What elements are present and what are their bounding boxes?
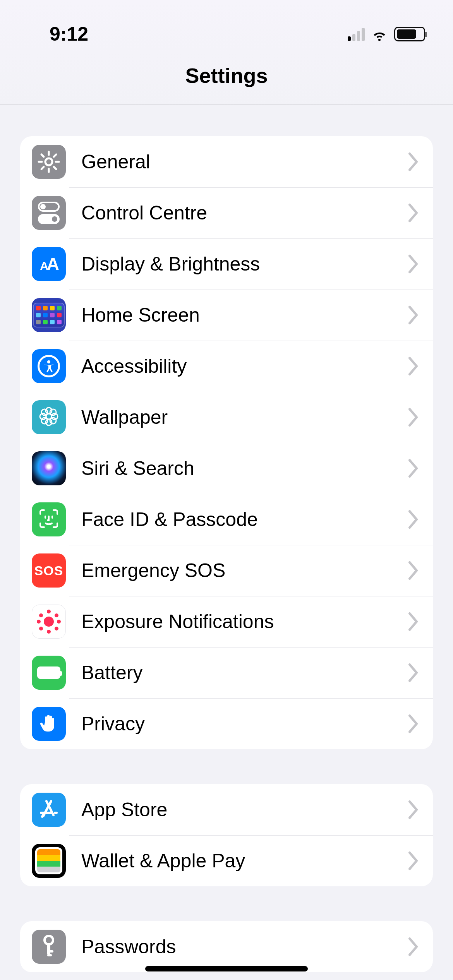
settings-row-label: General	[81, 151, 150, 173]
status-time: 9:12	[50, 23, 88, 45]
svg-line-6	[54, 167, 56, 169]
wallet-icon	[32, 844, 66, 878]
flower-icon	[32, 400, 66, 434]
chevron-right-icon	[407, 937, 419, 956]
settings-row-siri[interactable]: Siri & Search	[20, 443, 433, 494]
chevron-right-icon	[407, 510, 419, 529]
settings-row-label: Battery	[81, 661, 142, 684]
settings-row-home-screen[interactable]: Home Screen	[20, 290, 433, 341]
home-indicator[interactable]	[145, 966, 308, 971]
chevron-right-icon	[407, 254, 419, 274]
settings-scroll[interactable]: General Control Centre AA Display & Brig…	[0, 105, 453, 980]
settings-group-1: General Control Centre AA Display & Brig…	[20, 136, 433, 749]
chevron-right-icon	[407, 851, 419, 870]
app-grid-icon	[32, 298, 66, 332]
settings-row-label: Wallet & Apple Pay	[81, 850, 245, 872]
chevron-right-icon	[407, 408, 419, 427]
faceid-icon	[32, 502, 66, 536]
svg-line-7	[54, 154, 56, 157]
chevron-right-icon	[407, 800, 419, 819]
settings-row-label: Wallpaper	[81, 406, 168, 428]
chevron-right-icon	[407, 152, 419, 171]
battery-icon	[32, 656, 66, 690]
chevron-right-icon	[407, 305, 419, 325]
svg-line-5	[41, 154, 44, 157]
settings-row-wallpaper[interactable]: Wallpaper	[20, 392, 433, 443]
settings-row-label: App Store	[81, 798, 167, 821]
gear-icon	[32, 145, 66, 179]
settings-row-privacy[interactable]: Privacy	[20, 698, 433, 749]
sos-icon: SOS	[32, 553, 66, 588]
settings-row-passwords[interactable]: Passwords	[20, 921, 433, 972]
svg-point-26	[45, 936, 53, 944]
settings-row-label: Home Screen	[81, 304, 200, 326]
settings-row-label: Exposure Notifications	[81, 610, 274, 633]
settings-row-wallet[interactable]: Wallet & Apple Pay	[20, 835, 433, 886]
accessibility-icon	[32, 349, 66, 383]
settings-row-faceid[interactable]: Face ID & Passcode	[20, 494, 433, 545]
nav-header: Settings	[0, 46, 453, 105]
svg-line-8	[41, 167, 44, 169]
cellular-signal-icon	[348, 27, 365, 41]
settings-row-label: Accessibility	[81, 355, 187, 377]
settings-row-label: Passwords	[81, 935, 176, 958]
settings-row-label: Display & Brightness	[81, 253, 260, 275]
chevron-right-icon	[407, 203, 419, 223]
hand-icon	[32, 707, 66, 741]
appstore-icon	[32, 793, 66, 827]
svg-rect-27	[47, 943, 50, 955]
svg-rect-28	[47, 950, 53, 953]
svg-point-9	[47, 360, 50, 363]
text-size-icon: AA	[32, 247, 66, 281]
svg-rect-29	[47, 954, 52, 956]
settings-group-2: App Store Wallet & Apple Pay	[20, 784, 433, 886]
status-bar: 9:12	[0, 0, 453, 46]
settings-row-appstore[interactable]: App Store	[20, 784, 433, 835]
battery-icon	[394, 27, 425, 41]
svg-line-25	[42, 815, 43, 817]
settings-row-sos[interactable]: SOS Emergency SOS	[20, 545, 433, 596]
siri-icon	[32, 451, 66, 485]
chevron-right-icon	[407, 612, 419, 631]
chevron-right-icon	[407, 459, 419, 478]
settings-row-label: Privacy	[81, 713, 145, 735]
chevron-right-icon	[407, 356, 419, 376]
toggles-icon	[32, 196, 66, 230]
chevron-right-icon	[407, 714, 419, 733]
settings-row-general[interactable]: General	[20, 136, 433, 187]
settings-group-3: Passwords	[20, 921, 433, 972]
settings-row-battery[interactable]: Battery	[20, 647, 433, 698]
settings-row-control-centre[interactable]: Control Centre	[20, 187, 433, 238]
settings-row-display[interactable]: AA Display & Brightness	[20, 238, 433, 290]
svg-point-0	[45, 158, 52, 165]
wifi-icon	[371, 27, 388, 41]
settings-row-label: Siri & Search	[81, 457, 194, 480]
settings-row-accessibility[interactable]: Accessibility	[20, 341, 433, 392]
settings-row-label: Face ID & Passcode	[81, 508, 258, 531]
exposure-icon	[32, 605, 66, 639]
chevron-right-icon	[407, 663, 419, 682]
settings-row-exposure[interactable]: Exposure Notifications	[20, 596, 433, 647]
chevron-right-icon	[407, 561, 419, 580]
status-indicators	[348, 27, 430, 41]
key-icon	[32, 930, 66, 964]
page-title: Settings	[185, 63, 268, 87]
settings-row-label: Emergency SOS	[81, 559, 225, 582]
settings-row-label: Control Centre	[81, 202, 207, 224]
